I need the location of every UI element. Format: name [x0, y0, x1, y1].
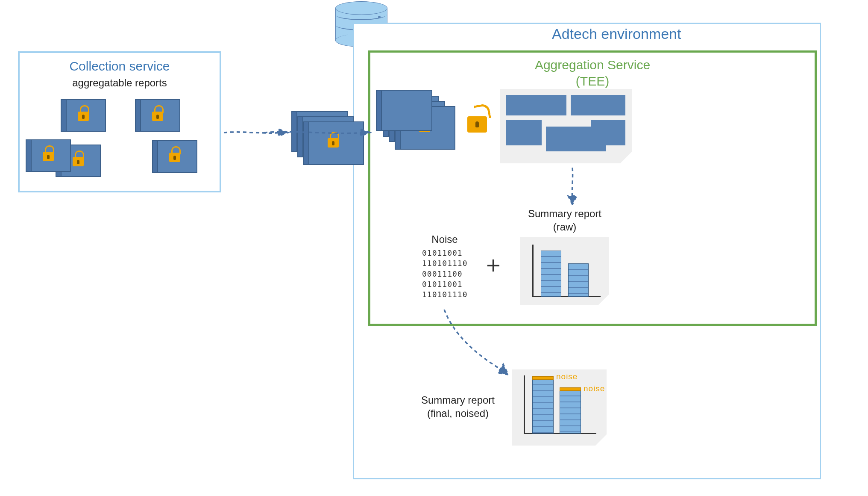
- adtech-environment-title: Adtech environment: [552, 26, 842, 42]
- locked-report-card: [376, 90, 432, 131]
- locked-report-card: [135, 99, 180, 132]
- open-lock-icon: [466, 106, 489, 133]
- aggregatable-reports-label: aggregatable reports: [20, 77, 220, 89]
- arrow-noise-to-final: [440, 307, 517, 380]
- noise-line: 01011001: [422, 279, 468, 289]
- lock-icon: [168, 150, 181, 163]
- aggregation-title-line2: (TEE): [576, 74, 609, 88]
- locked-report-card: [26, 139, 71, 172]
- svg-marker-1: [498, 364, 508, 375]
- aggregation-title-line1: Aggregation Service: [535, 58, 650, 72]
- noise-line: 110101110: [422, 258, 468, 269]
- locked-report-card: [61, 99, 106, 132]
- aggregation-service-title: Aggregation Service (TEE): [370, 57, 815, 89]
- noise-title: Noise: [419, 233, 470, 246]
- summary-raw-line2: (raw): [553, 221, 577, 233]
- noise-line: 00011100: [422, 269, 468, 279]
- summary-raw-chart: [520, 237, 609, 305]
- summary-raw-line1: Summary report: [528, 208, 601, 219]
- decrypted-data-page: [500, 89, 632, 163]
- arrow-transit-to-aggregation: [261, 124, 372, 141]
- summary-final-line2: (final, noised): [427, 407, 489, 419]
- locked-report-card: [152, 140, 197, 173]
- noise-cap-label: noise: [584, 384, 605, 393]
- arrow-decrypted-to-raw: [555, 166, 589, 205]
- collection-service-title: Collection service: [20, 59, 220, 74]
- plus-operator: +: [486, 251, 501, 279]
- svg-marker-0: [568, 196, 577, 204]
- diagram-canvas: { "collection": { "title": "Collection s…: [0, 0, 868, 496]
- lock-icon: [42, 149, 55, 162]
- noise-bits: 01011001 110101110 00011100 01011001 110…: [422, 248, 468, 300]
- lock-icon: [72, 154, 85, 167]
- noise-line: 110101110: [422, 289, 468, 300]
- summary-final-line1: Summary report: [421, 394, 495, 406]
- summary-raw-label: Summary report (raw): [509, 207, 620, 233]
- summary-final-label: Summary report (final, noised): [407, 393, 509, 420]
- noise-line: 01011001: [422, 248, 468, 258]
- lock-icon: [77, 109, 90, 122]
- noise-cap-label: noise: [556, 372, 578, 381]
- svg-marker-3: [361, 129, 370, 136]
- lock-icon: [151, 109, 164, 122]
